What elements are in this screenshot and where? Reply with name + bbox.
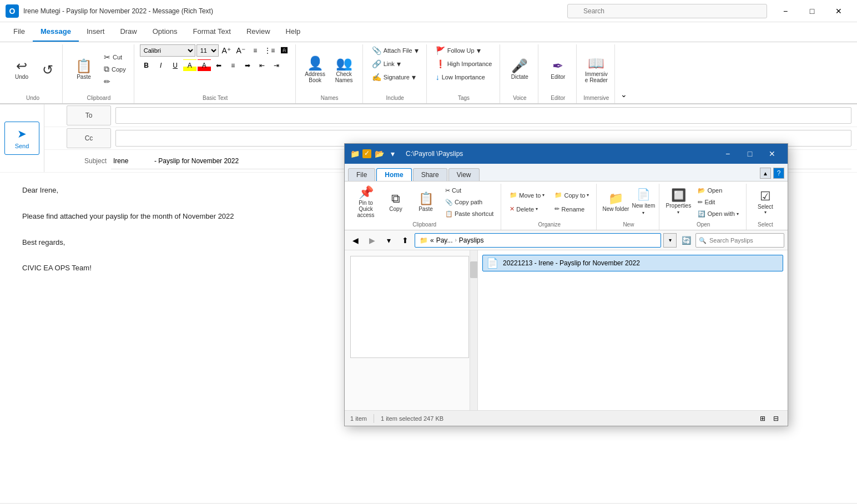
- pin-quick-access-button[interactable]: 📌 Pin to Quick access: [351, 186, 380, 218]
- tab-insert[interactable]: Insert: [79, 22, 113, 42]
- font-size-select[interactable]: 11: [196, 44, 219, 57]
- app-icon: O: [6, 4, 19, 18]
- file-item[interactable]: 📄 20221213 - Irene - Payslip for Novembe…: [482, 255, 783, 271]
- address-book-button[interactable]: 👤 Address Book: [301, 49, 329, 89]
- cc-button[interactable]: Cc: [67, 128, 111, 148]
- to-button[interactable]: To: [67, 105, 111, 125]
- tab-review[interactable]: Review: [239, 22, 278, 42]
- undo-button[interactable]: ↩ Undo: [8, 49, 36, 89]
- format-painter-button[interactable]: ✏: [100, 75, 129, 88]
- low-importance-button[interactable]: ↓ Low Importance: [432, 71, 488, 83]
- explorer-paste-button[interactable]: 📋 Paste: [411, 186, 440, 218]
- redo-button[interactable]: ↺: [38, 49, 58, 89]
- copy-to-button[interactable]: 📁 Copy to ▾: [551, 189, 593, 202]
- tab-options[interactable]: Options: [145, 22, 185, 42]
- large-icon-view-button[interactable]: ⊟: [770, 412, 782, 425]
- new-folder-button[interactable]: 📁 New folder: [601, 186, 630, 218]
- font-grow-button[interactable]: A⁺: [220, 44, 233, 57]
- search-input[interactable]: [567, 4, 767, 18]
- explorer-close-button[interactable]: ✕: [761, 144, 783, 164]
- copy-button[interactable]: ⧉ Copy: [100, 63, 129, 75]
- check-names-button[interactable]: 👥 Check Names: [330, 49, 358, 89]
- nav-forward-button[interactable]: ▶: [365, 233, 379, 248]
- basic-text-group-label: Basic Text: [140, 94, 291, 103]
- underline-button[interactable]: U: [169, 59, 182, 72]
- to-input[interactable]: [115, 107, 851, 124]
- editor-button[interactable]: ✒ Editor: [544, 49, 572, 89]
- new-item-button[interactable]: 📄 New item ▾: [631, 186, 656, 218]
- explorer-icon-3: 📂: [374, 148, 385, 159]
- font-color-button[interactable]: A: [198, 59, 211, 72]
- align-right-button[interactable]: ➡: [241, 59, 254, 72]
- dictate-button[interactable]: 🎤 Dictate: [506, 49, 533, 89]
- tab-draw[interactable]: Draw: [112, 22, 144, 42]
- nav-up-button[interactable]: ⬆: [398, 233, 412, 248]
- explorer-tab-home[interactable]: Home: [376, 168, 411, 181]
- address-bar[interactable]: 📁 « Pay... › Payslips: [415, 233, 661, 248]
- link-button[interactable]: 🔗 Link ▾: [369, 58, 404, 70]
- open-with-button[interactable]: 🔄 Open with ▾: [694, 209, 743, 219]
- cut-button-exp[interactable]: ✂ Cut: [441, 185, 497, 196]
- numbered-list-button[interactable]: ⋮≡: [263, 44, 276, 57]
- maximize-button[interactable]: □: [799, 2, 825, 20]
- explorer-copy-button[interactable]: ⧉ Copy: [381, 186, 410, 218]
- explorer-maximize-button[interactable]: □: [739, 144, 761, 164]
- ribbon-group-basic-text: Calibri 11 A⁺ A⁻ ≡ ⋮≡ 🅰 B I U A A ⬅ ≡ ➡: [135, 44, 296, 103]
- rename-button[interactable]: ✏ Rename: [551, 203, 593, 216]
- font-shrink-button[interactable]: A⁻: [234, 44, 248, 57]
- copy-path-button[interactable]: 📎 Copy path: [441, 197, 497, 208]
- paste-button[interactable]: 📋 Paste: [68, 49, 99, 89]
- breadcrumb-folder-icon: 📁: [420, 236, 428, 244]
- breadcrumb-sep: ›: [455, 237, 456, 243]
- refresh-button[interactable]: 🔄: [679, 233, 693, 248]
- signature-button[interactable]: ✍ Signature ▾: [369, 71, 419, 83]
- explorer-search-input[interactable]: [695, 233, 784, 248]
- tab-format-text[interactable]: Format Text: [185, 22, 239, 42]
- nav-recent-button[interactable]: ▾: [381, 233, 396, 248]
- tab-file[interactable]: File: [6, 22, 33, 42]
- increase-indent-button[interactable]: ⇥: [270, 59, 283, 72]
- move-to-button[interactable]: 📁 Move to ▾: [506, 189, 548, 202]
- align-center-button[interactable]: ≡: [226, 59, 240, 72]
- attach-file-button[interactable]: 📎 Attach File ▾: [369, 44, 422, 57]
- align-left-button[interactable]: ⬅: [212, 59, 225, 72]
- new-item-icon: 📄: [637, 188, 651, 201]
- high-importance-button[interactable]: ❗ High Importance: [432, 58, 496, 70]
- follow-up-button[interactable]: 🚩 Follow Up ▾: [432, 44, 484, 57]
- explorer-tab-share[interactable]: Share: [413, 168, 447, 181]
- low-importance-label: Low Importance: [442, 74, 485, 80]
- select-button[interactable]: ☑ Select ▾: [751, 186, 780, 218]
- close-button[interactable]: ✕: [826, 2, 851, 20]
- bullet-list-button[interactable]: ≡: [249, 44, 262, 57]
- cut-button[interactable]: ✂ Cut: [100, 51, 129, 63]
- text-clear-button[interactable]: 🅰: [278, 44, 291, 57]
- explorer-organize-group: 📁 Move to ▾ ✕ Delete ▾ 📁 Copy to ▾: [502, 184, 597, 230]
- immersive-reader-button[interactable]: 📖 Immersive Reader: [582, 49, 610, 89]
- bold-button[interactable]: B: [140, 59, 153, 72]
- open-button[interactable]: 📂 Open: [694, 185, 743, 196]
- delete-button[interactable]: ✕ Delete ▾: [506, 203, 548, 216]
- nav-back-button[interactable]: ◀: [348, 233, 362, 248]
- explorer-tab-view[interactable]: View: [448, 168, 480, 181]
- address-dropdown-button[interactable]: ▾: [663, 233, 677, 248]
- properties-button[interactable]: 🔲 Properties ▾: [664, 186, 693, 218]
- explorer-tab-file[interactable]: File: [348, 168, 375, 181]
- edit-button[interactable]: ✏ Edit: [694, 197, 743, 208]
- detail-view-button[interactable]: ⊞: [757, 412, 769, 425]
- ribbon-expand-button[interactable]: ⌄: [618, 89, 629, 100]
- explorer-minimize-button[interactable]: −: [717, 144, 739, 164]
- minimize-button[interactable]: −: [773, 2, 798, 20]
- decrease-indent-button[interactable]: ⇤: [255, 59, 269, 72]
- italic-button[interactable]: I: [154, 59, 168, 72]
- ribbon-group-names: 👤 Address Book 👥 Check Names Names: [297, 44, 363, 103]
- font-family-select[interactable]: Calibri: [140, 44, 195, 57]
- paste-shortcut-button[interactable]: 📋 Paste shortcut: [441, 209, 497, 219]
- send-button[interactable]: ➤ Send: [4, 122, 39, 155]
- highlight-button[interactable]: A: [183, 59, 196, 72]
- ribbon-collapse-button[interactable]: ▲: [760, 168, 771, 179]
- scroll-indicator[interactable]: [470, 250, 477, 410]
- tab-help[interactable]: Help: [278, 22, 309, 42]
- tab-message[interactable]: Message: [33, 22, 79, 42]
- explorer-help-button[interactable]: ?: [773, 168, 784, 179]
- open-icon: 📂: [698, 187, 705, 194]
